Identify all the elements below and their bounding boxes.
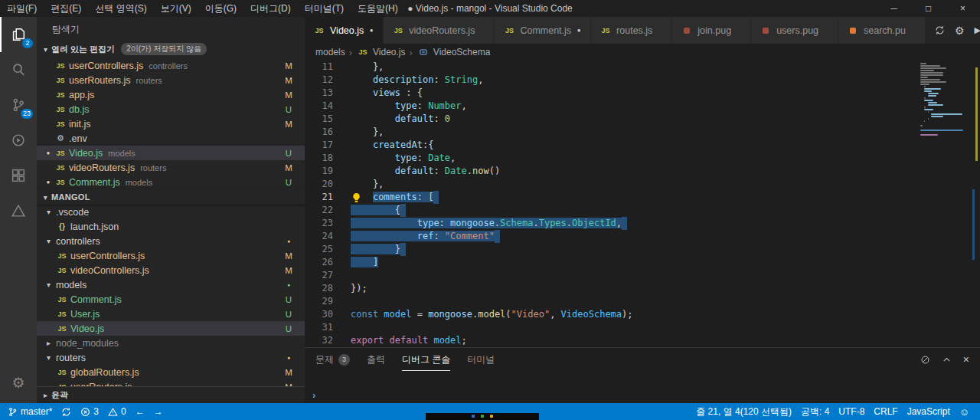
status-nav-back[interactable]: ← — [131, 403, 149, 420]
code-line-16[interactable]: 16 }, — [305, 126, 980, 139]
activity-search[interactable] — [0, 52, 37, 87]
code-line-11[interactable]: 11 }, — [305, 61, 980, 74]
minimize-button[interactable]: ─ — [877, 0, 911, 17]
clear-console-icon[interactable] — [920, 355, 930, 365]
code-line-18[interactable]: 18 type: Date, — [305, 152, 980, 165]
menu-item-0[interactable]: 파일(F) — [0, 0, 44, 17]
chevron-up-icon[interactable] — [942, 355, 952, 365]
menu-item-4[interactable]: 이동(G) — [198, 0, 243, 17]
outline-section[interactable]: ▸ 윤곽 — [37, 386, 305, 403]
code-line-31[interactable]: 31 — [305, 321, 980, 334]
tree-item-Comment.js[interactable]: JSComment.jsU — [37, 292, 305, 307]
close-icon[interactable]: × — [963, 353, 969, 366]
tree-item-models[interactable]: ▾models● — [37, 277, 305, 292]
tree-item-.vscode[interactable]: ▾.vscode — [37, 205, 305, 219]
tab-users.pug[interactable]: users.pug — [751, 17, 838, 44]
open-editor-userRouters.js[interactable]: JSuserRouters.jsroutersM — [37, 73, 305, 87]
tab-videoRouters.js[interactable]: JSvideoRouters.js — [384, 17, 495, 44]
menu-item-6[interactable]: 터미널(T) — [298, 0, 351, 17]
code-line-13[interactable]: 13 views : { — [305, 87, 980, 100]
status-indentation[interactable]: 공백: 4 — [796, 403, 834, 420]
status-eol[interactable]: CRLF — [869, 403, 902, 420]
breadcrumb-models[interactable]: models — [315, 47, 345, 57]
status-errors[interactable]: 3 — [76, 403, 103, 420]
code-line-26[interactable]: 26 ] — [305, 256, 980, 269]
tree-item-videoControllers.js[interactable]: JSvideoControllers.jsM — [37, 263, 305, 277]
activity-explorer[interactable]: 2 — [0, 17, 37, 52]
activity-extensions[interactable] — [0, 158, 37, 193]
open-editor-userControllers.js[interactable]: JSuserControllers.jscontrollersM — [37, 58, 305, 73]
tree-item-node_modules[interactable]: ▸node_modules — [37, 336, 305, 350]
tab-join.pug[interactable]: join.pug — [672, 17, 751, 44]
panel-tab-디버그 콘솔[interactable]: 디버그 콘솔 — [402, 348, 450, 371]
status-feedback[interactable]: ☺ — [955, 403, 974, 420]
panel-tab-터미널[interactable]: 터미널 — [467, 348, 495, 371]
code-line-23[interactable]: 23 type: mongoose.Schema.Types.ObjectId, — [305, 217, 980, 230]
code-line-30[interactable]: 30const model = mongoose.model("Video", … — [305, 308, 980, 321]
breadcrumb-Video.js[interactable]: JSVideo.js — [356, 47, 405, 57]
status-sync[interactable] — [57, 403, 76, 420]
activity-source-control[interactable]: 23 — [0, 87, 37, 123]
tree-item-launch.json[interactable]: {}launch.json — [37, 219, 305, 234]
maximize-button[interactable]: □ — [911, 0, 946, 17]
activity-settings[interactable]: ⚙ — [0, 365, 37, 400]
code-line-15[interactable]: 15 default: 0 — [305, 113, 980, 126]
open-editor-init.js[interactable]: JSinit.jsM — [37, 116, 305, 131]
tab-Comment.js[interactable]: JSComment.js● — [495, 17, 591, 44]
code-line-21[interactable]: 21 comments: [ — [305, 191, 980, 204]
run-icon[interactable]: ▶ — [975, 25, 980, 35]
code-line-27[interactable]: 27 — [305, 269, 980, 282]
code-line-32[interactable]: 32export default model; — [305, 334, 980, 347]
minimap[interactable] — [920, 63, 969, 136]
status-language-mode[interactable]: JavaScript — [903, 403, 955, 420]
open-editor-Comment.js[interactable]: ●JSComment.jsmodelsU — [37, 175, 305, 189]
tree-item-controllers[interactable]: ▾controllers● — [37, 234, 305, 248]
menu-item-1[interactable]: 편집(E) — [44, 0, 88, 17]
code-line-25[interactable]: 25 } — [305, 243, 980, 256]
git-status-letter: M — [283, 76, 294, 85]
code-editor[interactable]: 11 },12 description: String,13 views : {… — [305, 61, 980, 347]
tab-search.pu[interactable]: search.pu — [838, 17, 926, 44]
open-editors-header[interactable]: ▾ 열려 있는 편집기 2이(가) 저장되지 않음 — [37, 40, 305, 58]
code-line-20[interactable]: 20 }, — [305, 178, 980, 191]
tree-item-User.js[interactable]: JSUser.jsU — [37, 307, 305, 321]
activity-extension-custom[interactable] — [0, 193, 37, 228]
tree-item-userControllers.js[interactable]: JSuserControllers.jsM — [37, 248, 305, 263]
tree-item-globalRouters.js[interactable]: JSglobalRouters.jsM — [37, 365, 305, 379]
status-cursor-position[interactable]: 줄 21, 열 4(120 선택됨) — [691, 403, 796, 420]
gear-small-icon[interactable]: ⚙ — [955, 25, 965, 37]
open-editor-.env[interactable]: ⚙.env — [37, 131, 305, 146]
menu-item-7[interactable]: 도움말(H) — [351, 0, 405, 17]
code-line-28[interactable]: 28}); — [305, 282, 980, 295]
close-button[interactable]: × — [946, 0, 980, 17]
open-editor-db.js[interactable]: JSdb.jsU — [37, 102, 305, 116]
debug-console-input[interactable]: › — [312, 389, 315, 401]
code-line-24[interactable]: 24 ref: "Comment" — [305, 230, 980, 243]
code-line-19[interactable]: 19 default: Date.now() — [305, 165, 980, 178]
code-line-22[interactable]: 22 { — [305, 204, 980, 217]
tab-routes.js[interactable]: JSroutes.js — [591, 17, 672, 44]
activity-debug[interactable] — [0, 123, 37, 158]
tree-item-Video.js[interactable]: JSVideo.jsU — [37, 321, 305, 336]
sync-icon[interactable] — [935, 25, 945, 35]
panel-tab-문제[interactable]: 문제3 — [315, 348, 350, 371]
code-line-17[interactable]: 17 createdAt:{ — [305, 139, 980, 152]
status-encoding[interactable]: UTF-8 — [834, 403, 869, 420]
tab-Video.js[interactable]: JSVideo.js● — [305, 17, 384, 44]
status-nav-forward[interactable]: → — [149, 403, 168, 420]
code-line-14[interactable]: 14 type: Number, — [305, 100, 980, 113]
breadcrumb-VideoSchema[interactable]: VideoSchema — [416, 47, 491, 57]
code-line-29[interactable]: 29 — [305, 295, 980, 308]
menu-item-5[interactable]: 디버그(D) — [243, 0, 298, 17]
workspace-folder-header[interactable]: ▾ MANGOL — [37, 189, 305, 205]
status-git-branch[interactable]: master* — [3, 403, 57, 420]
menu-item-3[interactable]: 보기(V) — [154, 0, 198, 17]
code-line-12[interactable]: 12 description: String, — [305, 74, 980, 87]
panel-tab-출력[interactable]: 출력 — [367, 348, 385, 371]
open-editor-videoRouters.js[interactable]: JSvideoRouters.jsroutersM — [37, 160, 305, 175]
open-editor-app.js[interactable]: JSapp.jsM — [37, 87, 305, 102]
open-editor-Video.js[interactable]: ●JSVideo.jsmodelsU — [37, 146, 305, 160]
tree-item-routers[interactable]: ▾routers● — [37, 350, 305, 365]
status-warnings[interactable]: 0 — [103, 403, 131, 420]
menu-item-2[interactable]: 선택 영역(S) — [88, 0, 153, 17]
